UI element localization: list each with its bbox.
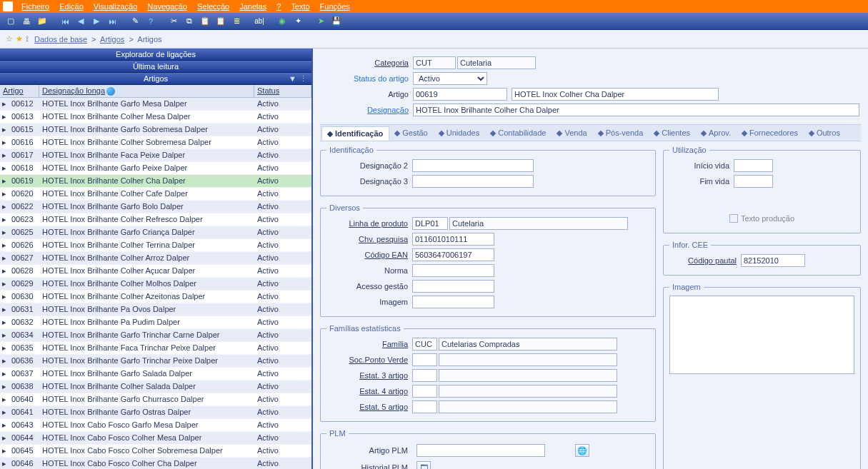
col-artigo[interactable]: Artigo: [0, 85, 39, 97]
menu-item[interactable]: Edição: [55, 2, 88, 11]
table-row[interactable]: ▸00630HOTEL Inox Brilhante Colher Azeito…: [0, 291, 311, 303]
designacao3-input[interactable]: [412, 175, 534, 188]
lbl-e4[interactable]: Estat. 4 artigo: [326, 387, 412, 395]
tab-outros[interactable]: Outros: [804, 126, 846, 141]
artigo-code-input[interactable]: [413, 88, 507, 101]
familia-desc-input[interactable]: [439, 338, 617, 351]
e5-desc-input[interactable]: [439, 400, 617, 413]
plm-open-icon[interactable]: 🌐: [575, 444, 589, 457]
table-row[interactable]: ▸00635HOTEL Inox Brilhante Faca Trinchar…: [0, 342, 311, 355]
actions-icon[interactable]: ⋮: [299, 74, 307, 84]
table-row[interactable]: ▸00628HOTEL Inox Brilhante Colher Açucar…: [0, 265, 311, 278]
tab-gesto[interactable]: Gestão: [389, 126, 433, 141]
article-list[interactable]: ▸00612HOTEL Inox Brilhante Garfo Mesa Da…: [0, 98, 311, 469]
table-row[interactable]: ▸00620HOTEL Inox Brilhante Colher Cafe D…: [0, 188, 311, 201]
table-row[interactable]: ▸00622HOTEL Inox Brilhante Garfo Bolo Da…: [0, 201, 311, 213]
designacao2-input[interactable]: [412, 159, 534, 172]
e4-code-input[interactable]: [412, 385, 437, 398]
imagem-input[interactable]: [412, 296, 494, 308]
last-read-header[interactable]: Última leitura: [0, 61, 311, 73]
categoria-desc-input[interactable]: [457, 56, 536, 69]
table-row[interactable]: ▸00613HOTEL Inox Brilhante Colher Mesa D…: [0, 111, 311, 123]
save-icon[interactable]: 💾: [330, 15, 343, 28]
table-row[interactable]: ▸00612HOTEL Inox Brilhante Garfo Mesa Da…: [0, 98, 311, 111]
menu-item[interactable]: Funções: [316, 2, 354, 11]
articles-header[interactable]: Artigos ▼ ⋮: [0, 73, 311, 85]
menu-item[interactable]: Janelas: [235, 2, 271, 11]
star-outline-icon[interactable]: ☆: [6, 34, 13, 44]
e3-code-input[interactable]: [412, 369, 437, 382]
familia-code-input[interactable]: [412, 338, 437, 351]
lbl-familia[interactable]: Família: [326, 340, 412, 348]
e5-code-input[interactable]: [412, 400, 437, 413]
plm-hist-icon[interactable]: 🗔: [416, 461, 431, 469]
table-row[interactable]: ▸00625HOTEL Inox Brilhante Garfo Criança…: [0, 226, 311, 239]
acesso-input[interactable]: [412, 280, 494, 293]
menu-item[interactable]: Texto: [286, 2, 314, 11]
table-row[interactable]: ▸00644HOTEL Inox Cabo Fosco Colher Mesa …: [0, 432, 311, 445]
menu-item[interactable]: Ficheiro: [17, 2, 54, 11]
menu-item[interactable]: Visualização: [89, 2, 142, 11]
breadcrumb-link[interactable]: Artigos: [100, 35, 124, 44]
table-row[interactable]: ▸00634HOTEL Inox Brilhante Garfo Trincha…: [0, 329, 311, 342]
tab-clientes[interactable]: Clientes: [649, 126, 696, 141]
lbl-categoria[interactable]: Categoria: [327, 59, 413, 67]
brush-icon[interactable]: ✎: [129, 15, 141, 28]
spv-code-input[interactable]: [412, 353, 437, 366]
table-row[interactable]: ▸00640HOTEL Inox Brilhante Garfo Churras…: [0, 393, 311, 406]
last-icon[interactable]: ⏭: [106, 15, 119, 28]
tab-aprov[interactable]: Aprov.: [696, 126, 737, 141]
linha-code-input[interactable]: [412, 217, 448, 230]
table-row[interactable]: ▸00629HOTEL Inox Brilhante Colher Molhos…: [0, 278, 311, 291]
linha-desc-input[interactable]: [449, 217, 628, 230]
lbl-linha[interactable]: Linha de produto: [326, 219, 412, 228]
list-icon[interactable]: ≣: [230, 15, 243, 28]
col-designacao[interactable]: Designação longa: [39, 85, 254, 97]
new-icon[interactable]: ▢: [4, 15, 17, 28]
tab-psvenda[interactable]: Pós-venda: [593, 126, 649, 141]
paste-icon[interactable]: 📋: [199, 15, 211, 28]
lbl-ean[interactable]: Código EAN: [326, 251, 412, 259]
print-icon[interactable]: 🖶: [20, 15, 33, 28]
explorer-header[interactable]: Explorador de ligações: [0, 49, 311, 61]
first-icon[interactable]: ⏮: [59, 15, 71, 28]
menu-item[interactable]: ?: [272, 2, 285, 11]
lbl-chv[interactable]: Chv. pesquisa: [326, 235, 412, 243]
spv-desc-input[interactable]: [439, 353, 617, 366]
table-row[interactable]: ▸00619HOTEL Inox Brilhante Colher Cha Da…: [0, 175, 311, 188]
texto-producao-checkbox[interactable]: [729, 214, 738, 223]
table-row[interactable]: ▸00616HOTEL Inox Brilhante Colher Sobrem…: [0, 136, 311, 149]
menu-item[interactable]: Selecção: [193, 2, 234, 11]
designacao-input[interactable]: [413, 104, 859, 116]
table-row[interactable]: ▸00626HOTEL Inox Brilhante Colher Terrin…: [0, 239, 311, 252]
table-row[interactable]: ▸00632HOTEL Inox Brilhante Pa Pudim Dalp…: [0, 316, 311, 329]
cut-icon[interactable]: ✂: [167, 15, 180, 28]
table-row[interactable]: ▸00646HOTEL Inox Cabo Fosco Colher Cha D…: [0, 458, 311, 469]
star-icon[interactable]: ★: [16, 34, 23, 44]
norma-input[interactable]: [412, 264, 494, 277]
lbl-designacao[interactable]: Designação: [327, 106, 413, 114]
next-icon[interactable]: ▶: [90, 15, 103, 28]
pin-icon[interactable]: ⟟: [26, 34, 29, 44]
table-row[interactable]: ▸00641HOTEL Inox Brilhante Garfo Ostras …: [0, 406, 311, 419]
e4-desc-input[interactable]: [439, 385, 617, 398]
plm-artigo-input[interactable]: [416, 444, 545, 457]
tab-venda[interactable]: Venda: [552, 126, 592, 141]
table-row[interactable]: ▸00615HOTEL Inox Brilhante Garfo Sobreme…: [0, 123, 311, 136]
col-status[interactable]: Status: [254, 85, 311, 97]
help-icon[interactable]: ?: [144, 15, 157, 28]
categoria-code-input[interactable]: [413, 56, 456, 69]
table-row[interactable]: ▸00618HOTEL Inox Brilhante Garfo Peixe D…: [0, 162, 311, 175]
e3-desc-input[interactable]: [439, 369, 617, 382]
artigo-desc-input[interactable]: [512, 88, 719, 101]
lbl-e5[interactable]: Estat. 5 artigo: [326, 403, 412, 411]
table-row[interactable]: ▸00617HOTEL Inox Brilhante Faca Peixe Da…: [0, 149, 311, 162]
fim-vida-input[interactable]: [734, 175, 773, 188]
table-row[interactable]: ▸00638HOTEL Inox Brilhante Colher Salada…: [0, 380, 311, 393]
table-row[interactable]: ▸00631HOTEL Inox Brilhante Pa Ovos Dalpe…: [0, 303, 311, 316]
copy-icon[interactable]: ⧉: [183, 15, 196, 28]
paste-special-icon[interactable]: 📋: [214, 15, 227, 28]
lbl-e3[interactable]: Estat. 3 artigo: [326, 371, 412, 380]
cod-pautal-input[interactable]: [741, 254, 805, 267]
globe-icon[interactable]: ◉: [276, 15, 289, 28]
